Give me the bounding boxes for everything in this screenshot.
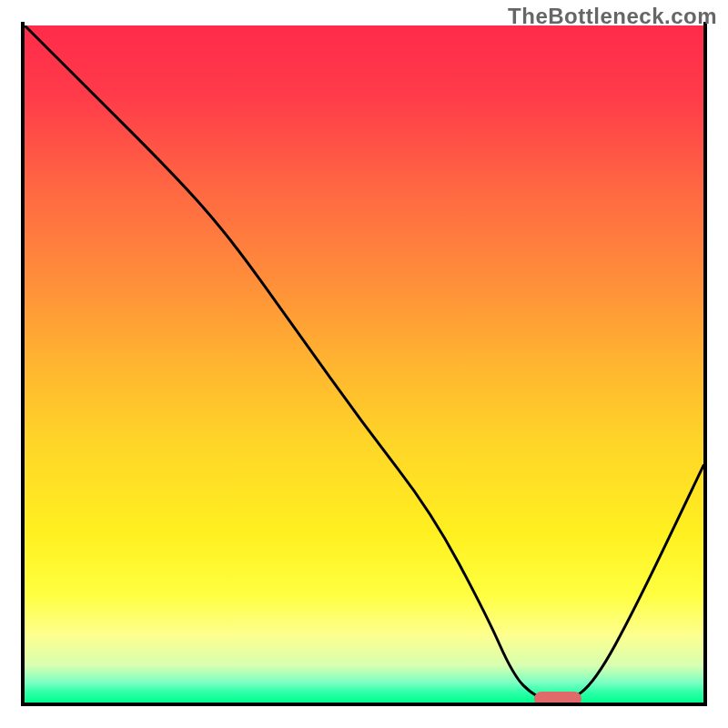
axis-left xyxy=(21,22,25,706)
gradient-background xyxy=(25,25,703,703)
axis-bottom xyxy=(21,703,707,706)
watermark-label: TheBottleneck.com xyxy=(508,4,717,29)
plot-area xyxy=(25,25,703,703)
bottleneck-chart: TheBottleneck.com xyxy=(0,0,728,728)
axis-right xyxy=(703,22,707,706)
